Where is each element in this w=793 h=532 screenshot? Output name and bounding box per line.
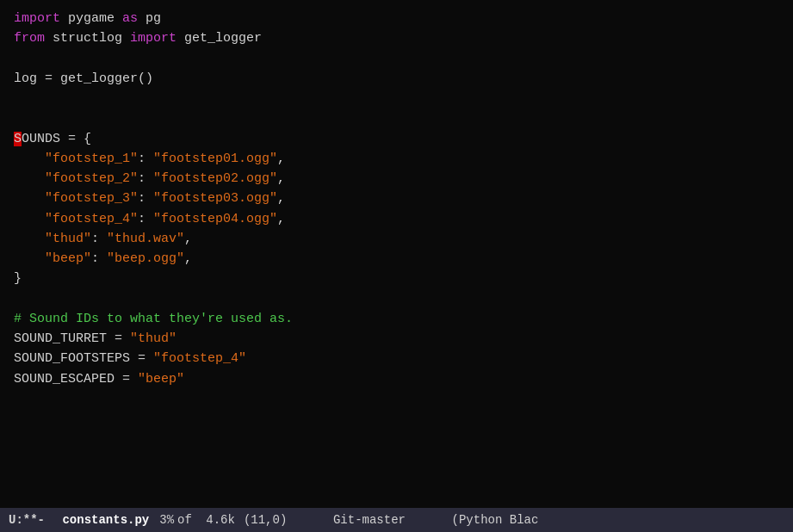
code-editor[interactable]: import pygame as pgfrom structlog import… bbox=[0, 0, 793, 508]
code-line: log = get_logger() bbox=[14, 69, 779, 89]
status-pos: (11,0) bbox=[244, 513, 287, 527]
code-line: "thud": "thud.wav", bbox=[14, 229, 779, 249]
status-git: Git-master bbox=[333, 513, 406, 527]
code-line: SOUND_FOOTSTEPS = "footstep_4" bbox=[14, 349, 779, 368]
code-line: "beep": "beep.ogg", bbox=[14, 249, 779, 269]
code-line: import pygame as pg bbox=[14, 9, 779, 28]
code-line: "footstep_3": "footstep03.ogg", bbox=[14, 189, 779, 208]
status-size: 4.6k bbox=[206, 513, 235, 527]
status-filename: constants.py bbox=[62, 513, 149, 527]
code-line: } bbox=[14, 269, 779, 288]
code-line: SOUNDS = { bbox=[14, 129, 779, 149]
code-line bbox=[14, 89, 779, 108]
code-line: SOUND_ESCAPED = "beep" bbox=[14, 369, 779, 389]
status-pct: 3% bbox=[159, 513, 174, 527]
code-line bbox=[14, 289, 779, 309]
code-line bbox=[14, 49, 779, 69]
code-line: SOUND_TURRET = "thud" bbox=[14, 329, 779, 349]
code-line bbox=[14, 108, 779, 128]
code-line: "footstep_4": "footstep04.ogg", bbox=[14, 209, 779, 229]
status-of-label: of bbox=[177, 513, 192, 527]
code-line: "footstep_1": "footstep01.ogg", bbox=[14, 149, 779, 169]
status-mode: U:**- bbox=[9, 513, 45, 527]
code-line: from structlog import get_logger bbox=[14, 28, 779, 48]
status-bar: U:**- constants.py 3% of 4.6k (11,0) Git… bbox=[0, 508, 793, 532]
code-line: # Sound IDs to what they're used as. bbox=[14, 309, 779, 329]
code-line: "footstep_2": "footstep02.ogg", bbox=[14, 169, 779, 189]
status-syntax: (Python Blac bbox=[452, 513, 539, 527]
